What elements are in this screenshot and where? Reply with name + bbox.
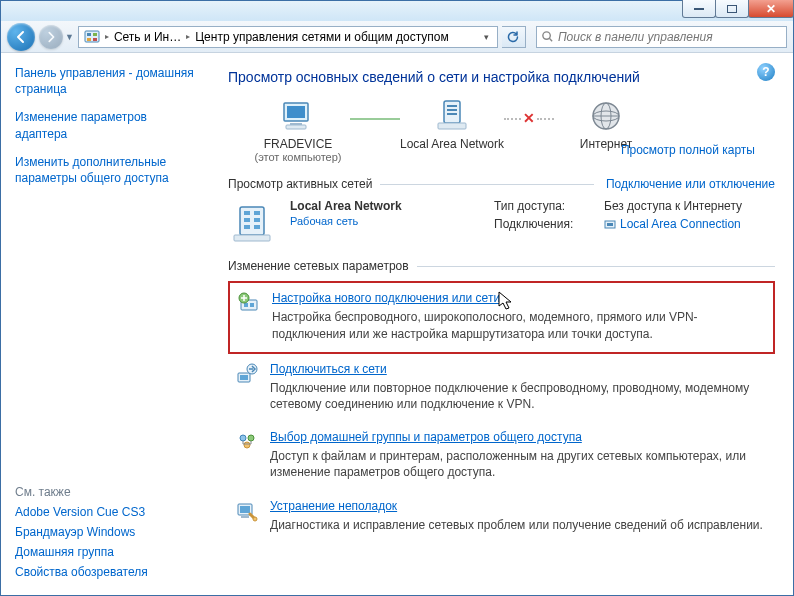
task-icon — [234, 499, 260, 533]
svg-point-39 — [244, 442, 250, 448]
see-also-internet-options[interactable]: Свойства обозревателя — [15, 565, 196, 579]
svg-rect-31 — [244, 303, 248, 307]
control-panel-icon — [84, 29, 100, 45]
svg-rect-13 — [447, 109, 457, 111]
map-node-thispc[interactable]: FRADEVICE (этот компьютер) — [228, 99, 368, 163]
page-title: Просмотр основных сведений о сети и наст… — [228, 69, 775, 85]
task-homegroup[interactable]: Выбор домашней группы и параметров общег… — [228, 422, 775, 490]
connect-disconnect-link[interactable]: Подключение или отключение — [606, 177, 775, 191]
active-network-name: Local Area Network — [290, 199, 480, 213]
access-type-label: Тип доступа: — [494, 199, 604, 213]
task-troubleshoot[interactable]: Устранение неполадок Диагностика и испра… — [228, 491, 775, 543]
svg-rect-2 — [93, 33, 97, 36]
breadcrumb-networks[interactable]: Сеть и Ин… — [111, 30, 184, 44]
address-bar[interactable]: ▸ Сеть и Ин… ▸ Центр управления сетями и… — [78, 26, 498, 48]
network-center-window: ✕ ▼ ▸ Сеть и Ин… ▸ Центр управления сетя… — [0, 0, 794, 596]
svg-rect-24 — [254, 218, 260, 222]
task-new-connection[interactable]: Настройка нового подключения или сети На… — [228, 281, 775, 353]
address-dropdown[interactable]: ▾ — [479, 32, 495, 42]
map-node-network[interactable]: Local Area Network — [382, 99, 522, 163]
refresh-button[interactable] — [502, 26, 526, 48]
nav-back-button[interactable] — [7, 23, 35, 51]
breadcrumb-separator[interactable]: ▸ — [184, 32, 192, 41]
active-network-item: Local Area Network Рабочая сеть Тип дост… — [228, 199, 775, 245]
main-content: ? Просмотр основных сведений о сети и на… — [206, 53, 793, 595]
connect-icon — [236, 363, 258, 385]
svg-rect-10 — [286, 125, 306, 129]
connection-link[interactable]: Local Area Connection — [604, 217, 741, 231]
homegroup-icon — [236, 431, 258, 453]
broken-x-icon: ✕ — [521, 111, 537, 127]
see-also-homegroup[interactable]: Домашняя группа — [15, 545, 196, 559]
svg-rect-25 — [244, 225, 250, 229]
svg-point-37 — [240, 435, 246, 441]
svg-rect-32 — [250, 303, 254, 307]
svg-rect-41 — [240, 506, 250, 513]
work-network-icon — [230, 201, 274, 245]
minimize-button[interactable] — [682, 0, 716, 18]
svg-point-38 — [248, 435, 254, 441]
arrow-right-icon — [45, 31, 57, 43]
task-link[interactable]: Устранение неполадок — [270, 499, 397, 513]
network-icon — [432, 99, 472, 135]
breadcrumb-separator[interactable]: ▸ — [103, 32, 111, 41]
ethernet-icon — [604, 220, 616, 230]
nav-history-chevron[interactable]: ▼ — [65, 32, 74, 42]
active-networks-header: Просмотр активных сетей Подключение или … — [228, 177, 775, 191]
map-link-ok — [350, 118, 400, 120]
see-also-header: См. также — [15, 485, 196, 499]
task-icon — [234, 362, 260, 412]
see-also-firewall[interactable]: Брандмауэр Windows — [15, 525, 196, 539]
sidebar-see-also: См. также Adobe Version Cue CS3 Брандмау… — [15, 485, 196, 585]
active-network-left: Local Area Network Рабочая сеть — [290, 199, 480, 245]
connections-label: Подключения: — [494, 217, 604, 231]
svg-line-6 — [549, 38, 552, 41]
see-also-adobe[interactable]: Adobe Version Cue CS3 — [15, 505, 196, 519]
svg-rect-8 — [287, 106, 305, 118]
svg-rect-29 — [607, 223, 613, 226]
search-box[interactable]: Поиск в панели управления — [536, 26, 787, 48]
svg-rect-15 — [438, 123, 466, 129]
breadcrumb-current[interactable]: Центр управления сетями и общим доступом — [192, 30, 452, 44]
task-description: Настройка беспроводного, широкополосного… — [272, 309, 767, 341]
new-connection-icon — [238, 292, 260, 314]
svg-rect-4 — [93, 38, 97, 41]
network-map-section: Просмотр полной карты FRADEVICE (этот ко… — [228, 99, 775, 163]
body: Панель управления - домашняя страница Из… — [1, 53, 793, 595]
help-button[interactable]: ? — [757, 63, 775, 81]
task-link[interactable]: Подключиться к сети — [270, 362, 387, 376]
refresh-icon — [506, 30, 520, 44]
active-network-type-link[interactable]: Рабочая сеть — [290, 215, 480, 227]
view-full-map-link[interactable]: Просмотр полной карты — [621, 143, 755, 157]
nav-forward-button[interactable] — [39, 25, 63, 49]
svg-rect-27 — [234, 235, 270, 241]
titlebar: ✕ — [1, 1, 793, 21]
sidebar-adapter-link[interactable]: Изменение параметров адаптера — [15, 109, 196, 141]
svg-rect-23 — [244, 218, 250, 222]
svg-rect-12 — [447, 105, 457, 107]
svg-rect-22 — [254, 211, 260, 215]
active-network-details: Тип доступа: Без доступа к Интернету Под… — [494, 199, 775, 245]
search-placeholder: Поиск в панели управления — [558, 30, 713, 44]
svg-rect-35 — [240, 375, 248, 380]
maximize-button[interactable] — [715, 0, 749, 18]
sidebar: Панель управления - домашняя страница Из… — [1, 53, 206, 595]
sidebar-top-links: Панель управления - домашняя страница Из… — [15, 65, 196, 198]
task-connect-network[interactable]: Подключиться к сети Подключение или повт… — [228, 354, 775, 422]
close-button[interactable]: ✕ — [748, 0, 794, 18]
svg-rect-20 — [240, 207, 264, 235]
active-network-icon — [228, 199, 276, 245]
svg-point-43 — [253, 517, 257, 521]
task-list: Настройка нового подключения или сети На… — [228, 281, 775, 542]
svg-rect-11 — [444, 101, 460, 123]
task-description: Диагностика и исправление сетевых пробле… — [270, 517, 769, 533]
breadcrumb-icon — [81, 29, 103, 45]
access-type-value: Без доступа к Интернету — [604, 199, 742, 213]
task-link[interactable]: Выбор домашней группы и параметров общег… — [270, 430, 582, 444]
task-link[interactable]: Настройка нового подключения или сети — [272, 291, 500, 305]
sidebar-home-link[interactable]: Панель управления - домашняя страница — [15, 65, 196, 97]
task-description: Доступ к файлам и принтерам, расположенн… — [270, 448, 769, 480]
change-settings-header: Изменение сетевых параметров — [228, 259, 775, 273]
navbar: ▼ ▸ Сеть и Ин… ▸ Центр управления сетями… — [1, 21, 793, 53]
sidebar-sharing-link[interactable]: Изменить дополнительные параметры общего… — [15, 154, 196, 186]
